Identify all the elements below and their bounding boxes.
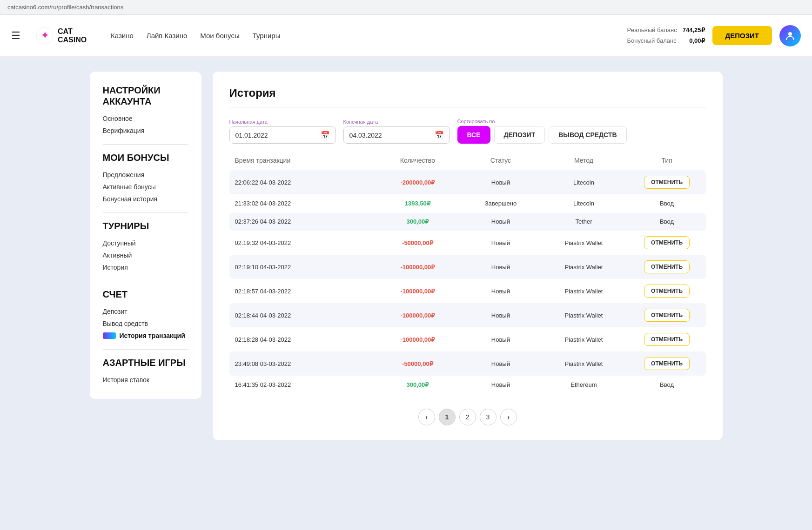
sidebar-item-active[interactable]: Активный xyxy=(103,249,188,261)
tx-type: ОТМЕНИТЬ xyxy=(634,357,700,370)
cancel-button[interactable]: ОТМЕНИТЬ xyxy=(644,176,690,189)
balance-display: Реальный баланс 744,25₽ Бонусный баланс … xyxy=(627,25,705,46)
header-right: Реальный баланс 744,25₽ Бонусный баланс … xyxy=(627,25,801,46)
sidebar-item-deposit[interactable]: Депозит xyxy=(103,305,188,318)
tx-amount: 300,00₽ xyxy=(368,381,467,388)
filter-buttons: ВСЕ ДЕПОЗИТ ВЫВОД СРЕДСТВ xyxy=(457,126,627,144)
nav-item-1[interactable]: Лайв Казино xyxy=(147,32,188,40)
sidebar-item-withdrawal[interactable]: Вывод средств xyxy=(103,318,188,330)
table-row: 02:37:26 04-03-2022 300,00₽ Новый Tether… xyxy=(229,212,706,231)
calendar-icon-end: 📅 xyxy=(435,131,444,139)
filter-deposit-button[interactable]: ДЕПОЗИТ xyxy=(494,126,545,144)
pagination-page-2[interactable]: 2 xyxy=(459,409,476,425)
logo-icon: ✦ xyxy=(35,26,54,45)
active-indicator xyxy=(103,332,116,339)
tx-method: Litecoin xyxy=(534,200,633,207)
table-row: 02:19:10 04-03-2022 -100000,00₽ Новый Pi… xyxy=(229,255,706,279)
nav-item-0[interactable]: Казино xyxy=(111,32,134,40)
tx-status: Новый xyxy=(468,218,534,225)
start-date-input[interactable] xyxy=(235,132,317,139)
browser-url: catcasino6.com/ru/profile/cash/transacti… xyxy=(7,4,123,11)
tx-type: Ввод xyxy=(634,218,700,225)
tx-amount: 1393,50₽ xyxy=(368,200,467,207)
pagination-page-1[interactable]: 1 xyxy=(439,409,456,425)
svg-text:✦: ✦ xyxy=(41,30,49,40)
sidebar-item-bonus-history[interactable]: Бонусная история xyxy=(103,193,188,205)
tx-amount: -50000,00₽ xyxy=(368,239,467,246)
sidebar-divider-1 xyxy=(103,144,188,145)
tx-time: 02:19:32 04-03-2022 xyxy=(235,239,368,246)
start-date-input-wrap[interactable]: 📅 xyxy=(229,126,336,144)
tx-type: Ввод xyxy=(634,381,700,388)
sidebar-item-history[interactable]: История xyxy=(103,261,188,273)
tx-time: 02:18:28 04-03-2022 xyxy=(235,336,368,343)
tx-type: ОТМЕНИТЬ xyxy=(634,260,700,273)
tx-time: 16:41:35 02-03-2022 xyxy=(235,381,368,388)
header: ☰ ✦ CAT CASINO КазиноЛайв КазиноМои бону… xyxy=(0,15,812,57)
sidebar-item-active-bonuses[interactable]: Активные бонусы xyxy=(103,181,188,193)
tx-status: Новый xyxy=(468,381,534,388)
cancel-button[interactable]: ОТМЕНИТЬ xyxy=(644,236,690,249)
pagination-page-3[interactable]: 3 xyxy=(480,409,497,425)
start-date-label: Начальная дата xyxy=(229,119,336,125)
tx-type: ОТМЕНИТЬ xyxy=(634,285,700,298)
tx-time: 23:49:08 03-03-2022 xyxy=(235,360,368,367)
cancel-button[interactable]: ОТМЕНИТЬ xyxy=(644,285,690,298)
tx-method: Piastrix Wallet xyxy=(534,288,633,295)
calendar-icon-start: 📅 xyxy=(321,131,330,139)
sidebar-item-offers[interactable]: Предложения xyxy=(103,169,188,181)
page-title: История xyxy=(229,86,706,107)
pagination-prev[interactable]: ‹ xyxy=(418,409,435,425)
tx-method: Piastrix Wallet xyxy=(534,312,633,319)
table-row: 22:06:22 04-03-2022 -200000,00₽ Новый Li… xyxy=(229,170,706,194)
sidebar-item-basic[interactable]: Основное xyxy=(103,113,188,125)
tx-method: Piastrix Wallet xyxy=(534,239,633,246)
filter-all-button[interactable]: ВСЕ xyxy=(457,126,490,144)
transaction-table: 22:06:22 04-03-2022 -200000,00₽ Новый Li… xyxy=(229,170,706,394)
tx-amount: -100000,00₽ xyxy=(368,312,467,319)
tx-type: ОТМЕНИТЬ xyxy=(634,309,700,322)
end-date-input-wrap[interactable]: 📅 xyxy=(343,126,450,144)
end-date-input[interactable] xyxy=(349,132,431,139)
nav-item-3[interactable]: Турниры xyxy=(253,32,281,40)
sidebar-item-transaction-history[interactable]: История транзакций xyxy=(103,330,188,342)
th-status: Статус xyxy=(468,157,534,164)
table-row: 21:33:02 04-03-2022 1393,50₽ Завершено L… xyxy=(229,194,706,212)
sidebar-section-tournaments: ТУРНИРЫ xyxy=(103,220,188,232)
content-area: История Начальная дата 📅 Конечная дата 📅… xyxy=(213,72,723,440)
start-date-group: Начальная дата 📅 xyxy=(229,119,336,144)
sidebar-item-verification[interactable]: Верификация xyxy=(103,125,188,137)
sidebar: НАСТРОЙКИАККАУНТА Основное Верификация М… xyxy=(90,72,201,399)
cancel-button[interactable]: ОТМЕНИТЬ xyxy=(644,309,690,322)
hamburger-icon[interactable]: ☰ xyxy=(11,30,20,42)
user-avatar-button[interactable] xyxy=(779,25,801,46)
logo[interactable]: ✦ CAT CASINO xyxy=(35,26,96,45)
tx-amount: 300,00₽ xyxy=(368,218,467,225)
tx-status: Новый xyxy=(468,288,534,295)
pagination-next[interactable]: › xyxy=(500,409,517,425)
tx-status: Завершено xyxy=(468,200,534,207)
sidebar-item-available[interactable]: Доступный xyxy=(103,237,188,249)
browser-bar: catcasino6.com/ru/profile/cash/transacti… xyxy=(0,0,812,15)
cancel-button[interactable]: ОТМЕНИТЬ xyxy=(644,260,690,273)
nav-item-2[interactable]: Мои бонусы xyxy=(200,32,239,40)
tx-type: ОТМЕНИТЬ xyxy=(634,236,700,249)
table-row: 16:41:35 02-03-2022 300,00₽ Новый Ethere… xyxy=(229,376,706,394)
sort-label: Сортировать по xyxy=(457,119,627,124)
tx-method: Piastrix Wallet xyxy=(534,336,633,343)
tx-status: Новый xyxy=(468,264,534,271)
cancel-button[interactable]: ОТМЕНИТЬ xyxy=(644,357,690,370)
cancel-button[interactable]: ОТМЕНИТЬ xyxy=(644,333,690,346)
real-balance-value: 744,25₽ xyxy=(683,25,705,35)
filter-withdraw-button[interactable]: ВЫВОД СРЕДСТВ xyxy=(549,126,626,144)
tx-type: ОТМЕНИТЬ xyxy=(634,176,700,189)
deposit-button[interactable]: ДЕПОЗИТ xyxy=(712,26,772,45)
tx-amount: -100000,00₽ xyxy=(368,288,467,295)
tx-method: Piastrix Wallet xyxy=(534,360,633,367)
th-amount: Количество xyxy=(368,157,467,164)
sidebar-divider-3 xyxy=(103,281,188,281)
sidebar-item-bet-history[interactable]: История ставок xyxy=(103,374,188,386)
tx-method: Piastrix Wallet xyxy=(534,264,633,271)
sidebar-section-account: СЧЕТ xyxy=(103,289,188,300)
tx-method: Tether xyxy=(534,218,633,225)
